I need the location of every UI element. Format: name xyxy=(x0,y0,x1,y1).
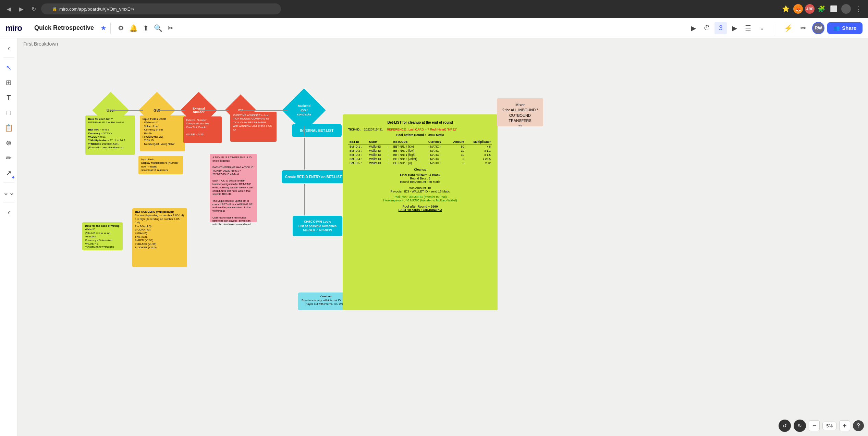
settings-icon[interactable]: ⚙ xyxy=(115,22,127,34)
toolbar-separator-2 xyxy=(775,23,775,34)
internal-bet-list-box[interactable]: INTERNAL BET-LIST xyxy=(292,124,342,137)
address-bar[interactable]: 🔒 miro.com/app/board/uXjVOm_vmxE=/ xyxy=(41,3,281,14)
user-avatar xyxy=(841,4,851,14)
final-card-label: Final Card "NR40" - J Black xyxy=(348,173,492,177)
bookmark-icon[interactable]: ⭐ xyxy=(780,3,791,14)
breadcrumb: First Breakdown xyxy=(23,41,58,47)
heaven-payout-label: Heavenpayout : 40 MATIC (transfer to Mul… xyxy=(348,199,492,202)
browser-chrome: ◀ ▶ ↻ 🔒 miro.com/app/board/uXjVOm_vmxE=/… xyxy=(0,0,868,18)
toolbar-right-section: ▶ ⏱ 3 ▶ ☰ ⌄ ⚡ ✏ RW 👥 Share xyxy=(687,22,863,34)
miro-logo: miro xyxy=(5,23,26,33)
more-options-icon[interactable]: ⌄ xyxy=(756,22,768,34)
user-data-sticky[interactable]: Data for each bet ? INTERNAL ID ? of Bet… xyxy=(85,115,135,155)
table-row: Bet ID 1 : Wallet-ID - BET-NR: 4 (KA) - … xyxy=(348,145,492,149)
nav-refresh-button[interactable]: ↻ xyxy=(29,4,38,14)
board-title[interactable]: Quick Retrospective xyxy=(32,23,97,33)
lock-icon: 🔒 xyxy=(52,7,57,11)
zoom-level-display: 5% xyxy=(822,422,836,430)
view-mode-icons: ▶ ⏱ 3 ▶ ☰ ⌄ xyxy=(687,22,768,34)
share-button[interactable]: 👥 Share xyxy=(827,22,863,34)
left-sidebar: ‹ ↖ ⊞ T □ 📋 ⊛ ✏ ↗ ⌄⌄ ‹ xyxy=(0,38,18,436)
table-row: Bet ID 2 : Wallet-ID - BET-NR: 0 (low) -… xyxy=(348,149,492,153)
is-bet-nr-sticky[interactable]: IS BET NR A WINNER in last TICK ROUND?CO… xyxy=(230,112,277,142)
user-avatar-button[interactable]: RW xyxy=(812,22,824,34)
user-data-text: Data for each bet ? INTERNAL ID ? of Bet… xyxy=(88,117,132,150)
zoom-out-button[interactable]: − xyxy=(809,420,820,431)
sidebar-collapse-top-button[interactable]: ‹ xyxy=(2,41,16,55)
frames-sidebar-button[interactable]: ⊞ xyxy=(2,76,16,89)
backend-label: Backend/DB /contracts xyxy=(297,104,311,117)
notes-button[interactable]: 📋 xyxy=(2,121,16,135)
nav-back-button[interactable]: ◀ xyxy=(4,4,14,14)
input-fields-text: Input Fields USER · Wallet or ID · Value… xyxy=(143,117,182,146)
sticky-note-button[interactable]: □ xyxy=(2,106,16,120)
mixer-label: Mixer ? for ALL INBOUND / OUTBOUND TRANS… xyxy=(501,102,539,129)
bottom-toolbar: ↺ ↻ − 5% + ? xyxy=(779,420,864,432)
input-fields-sticky[interactable]: Input Fields USER · Wallet or ID · Value… xyxy=(140,115,185,151)
tick-id-sticky[interactable]: A TICK-ID IS A TIMEFRAME of 15 or xxx se… xyxy=(210,154,257,222)
sidebar-separator-1 xyxy=(3,58,14,58)
pen-tool-icon[interactable]: ✏ xyxy=(797,22,809,34)
cleanup-label: Cleanup xyxy=(348,168,492,171)
board-star-icon[interactable]: ★ xyxy=(101,24,106,32)
table-row: Bet ID 4 : Wallet-ID - BET-NR: 8 (Joker)… xyxy=(348,157,492,161)
table-header-row: BET-ID USER BETCODE Currency Amount Mult… xyxy=(348,139,492,145)
cursor-tool-button[interactable]: ↖ xyxy=(2,61,16,74)
collapse-icon[interactable]: ▶ xyxy=(687,22,699,34)
board-content: User GUI ExternalNumber Imp Backend/DB /… xyxy=(18,38,868,436)
shapes-button[interactable]: ⊛ xyxy=(2,136,16,150)
last-10-cards-label: LAST 10 cards : 73DJK8427-J xyxy=(348,208,492,212)
bet-table: BET-ID USER BETCODE Currency Amount Mult… xyxy=(348,139,492,165)
tick-id-row: TICK-ID : 20220715431 REFERENCE : Last C… xyxy=(348,128,492,131)
nav-forward-button[interactable]: ▶ xyxy=(16,4,26,14)
line-createbet-checkwin xyxy=(304,184,305,215)
menu-icon[interactable]: ⋮ xyxy=(853,3,864,14)
firefox-icon: 🦊 xyxy=(793,4,803,14)
check-win-box[interactable]: CHECK-WIN LogicList of possible outcomes… xyxy=(293,216,342,236)
external-number-sticky[interactable]: External Number Computed Number Own Tick… xyxy=(183,116,222,143)
timer-icon[interactable]: ⏱ xyxy=(701,22,713,34)
pen-tool-sidebar-button[interactable]: ✏ xyxy=(2,151,16,165)
mixer-box[interactable]: Mixer ? for ALL INBOUND / OUTBOUND TRANS… xyxy=(497,98,543,126)
voting-data-sticky[interactable]: Data for the case of Voting WalletID Vot… xyxy=(82,222,123,250)
extensions-icon[interactable]: 🧩 xyxy=(817,4,826,14)
sidebar-separator-2 xyxy=(3,183,14,183)
line-backend-betlist xyxy=(304,126,305,136)
menu-list-icon[interactable]: ☰ xyxy=(742,22,754,34)
share-label: Share xyxy=(842,25,856,31)
input-fields-2-text: Input Fiels Display Multiplikators (Numb… xyxy=(141,158,180,172)
search-icon[interactable]: 🔍 xyxy=(152,22,164,34)
split-screen-icon[interactable]: ⬜ xyxy=(828,3,839,14)
more-tools-button[interactable]: ⌄⌄ xyxy=(2,186,16,199)
canvas-container: ‹ ↖ ⊞ T □ 📋 ⊛ ✏ ↗ ⌄⌄ ‹ First Breakdown U… xyxy=(0,38,868,436)
create-bet-id-label: Create BET-ID ENTRY on BET-LIST xyxy=(285,175,342,179)
crop-icon[interactable]: ✂ xyxy=(164,22,176,34)
redo-button[interactable]: ↻ xyxy=(794,420,806,432)
bet-numbers-sticky[interactable]: BET NUMBERS (multiplicator) 0 = low (dep… xyxy=(132,208,187,267)
help-button[interactable]: ? xyxy=(853,420,864,431)
zoom-in-button[interactable]: + xyxy=(839,420,850,431)
main-canvas[interactable]: First Breakdown User GUI ExternalNumber … xyxy=(18,38,868,436)
text-tool-button[interactable]: T xyxy=(2,91,16,104)
is-bet-nr-text: IS BET NR A WINNER in last TICK ROUND?CO… xyxy=(233,114,274,132)
collapse-bottom-button[interactable]: ‹ xyxy=(2,205,16,219)
external-number-text: External Number Computed Number Own Tick… xyxy=(186,119,219,136)
input-fields-sticky-2[interactable]: Input Fiels Display Multiplikators (Numb… xyxy=(138,156,183,174)
frames-icon[interactable]: 3 xyxy=(714,22,727,34)
green-area-panel: Bet-LIST for cleanup at the end of round… xyxy=(343,114,498,310)
notifications-icon[interactable]: 🔔 xyxy=(127,22,139,34)
upload-icon[interactable]: ⬆ xyxy=(139,22,152,34)
present-icon[interactable]: ▶ xyxy=(728,22,741,34)
round-bets-label: Round Bets : 5 xyxy=(348,177,492,180)
abp-icon: ABP xyxy=(805,4,815,14)
voting-data-text: Data for the case of Voting WalletID Vot… xyxy=(85,224,120,249)
table-row: Bet ID 5 : Wallet-ID - BET-NR: 5 (A) - M… xyxy=(348,161,492,165)
line-gui-ext xyxy=(157,110,185,111)
line-user-gui xyxy=(111,110,143,111)
undo-button[interactable]: ↺ xyxy=(779,420,791,432)
arrow-tool-button[interactable]: ↗ xyxy=(2,166,16,180)
round-bet-amount-label: Round Bet Amount : 80 Matic xyxy=(348,180,492,184)
create-bet-id-box[interactable]: Create BET-ID ENTRY on BET-LIST xyxy=(282,170,345,183)
filter-icon[interactable]: ⚡ xyxy=(782,22,794,34)
share-people-icon: 👥 xyxy=(833,25,840,31)
